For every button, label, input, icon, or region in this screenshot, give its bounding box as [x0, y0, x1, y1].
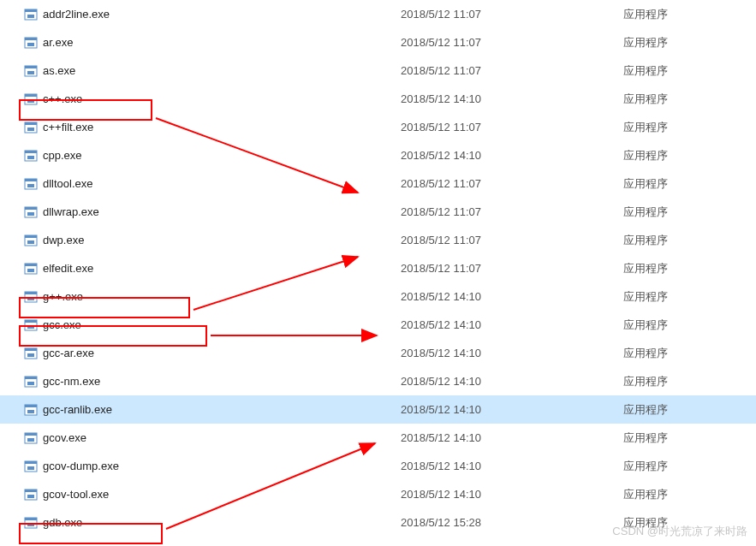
exe-icon: [24, 375, 38, 389]
file-row[interactable]: dllwrap.exe2018/5/12 11:07应用程序: [0, 198, 756, 226]
file-name-label: elfedit.exe: [43, 262, 93, 275]
file-row[interactable]: cpp.exe2018/5/12 14:10应用程序: [0, 141, 756, 169]
svg-rect-13: [25, 122, 37, 125]
svg-rect-22: [25, 207, 37, 210]
file-type-cell: 应用程序: [623, 374, 752, 389]
file-type-cell: 应用程序: [623, 459, 752, 474]
file-date-cell: 2018/5/12 14:10: [401, 290, 623, 303]
file-date-cell: 2018/5/12 14:10: [401, 347, 623, 359]
file-type-cell: 应用程序: [623, 148, 752, 163]
file-name-cell: elfedit.exe: [24, 262, 401, 276]
file-name-label: dwp.exe: [43, 234, 84, 246]
svg-rect-41: [27, 382, 34, 385]
exe-icon: [24, 262, 38, 276]
svg-rect-38: [27, 353, 34, 357]
svg-rect-10: [25, 94, 37, 97]
exe-icon: [24, 516, 38, 530]
exe-icon: [24, 403, 38, 417]
file-row[interactable]: gcc.exe2018/5/12 14:10应用程序: [0, 311, 756, 339]
svg-rect-50: [27, 466, 34, 470]
file-name-cell: gcc.exe: [24, 318, 401, 332]
file-row[interactable]: addr2line.exe2018/5/12 11:07应用程序: [0, 0, 756, 28]
file-date-cell: 2018/5/12 14:10: [401, 318, 623, 331]
file-date-cell: 2018/5/12 11:07: [401, 8, 623, 21]
file-name-label: addr2line.exe: [43, 8, 110, 21]
file-type-cell: 应用程序: [623, 176, 752, 192]
file-name-cell: gcov.exe: [24, 431, 401, 445]
svg-rect-28: [25, 264, 37, 266]
file-name-label: g++.exe: [43, 290, 83, 303]
file-date-cell: 2018/5/12 15:28: [401, 516, 623, 529]
file-row[interactable]: c++filt.exe2018/5/12 11:07应用程序: [0, 113, 756, 141]
file-name-cell: c++filt.exe: [24, 121, 401, 134]
file-type-cell: 应用程序: [623, 63, 752, 79]
file-name-cell: gcc-ranlib.exe: [24, 403, 401, 417]
file-type-cell: 应用程序: [623, 430, 752, 446]
svg-rect-55: [25, 518, 37, 520]
exe-icon: [24, 177, 38, 191]
file-row[interactable]: as.exe2018/5/12 11:07应用程序: [0, 56, 756, 85]
file-name-label: dlltool.exe: [43, 177, 93, 190]
exe-icon: [24, 460, 38, 473]
file-name-label: c++.exe: [43, 92, 82, 105]
file-row[interactable]: gcov.exe2018/5/12 14:10应用程序: [0, 424, 756, 452]
svg-rect-31: [25, 292, 37, 294]
file-name-cell: dllwrap.exe: [24, 205, 401, 219]
exe-icon: [24, 121, 38, 134]
file-type-cell: 应用程序: [623, 233, 752, 248]
svg-rect-49: [25, 461, 37, 464]
file-row[interactable]: gcov-dump.exe2018/5/12 14:10应用程序: [0, 452, 756, 480]
file-row[interactable]: gcc-ranlib.exe2018/5/12 14:10应用程序: [0, 395, 756, 424]
file-name-cell: cpp.exe: [24, 149, 401, 163]
exe-icon: [24, 64, 38, 78]
file-date-cell: 2018/5/12 14:10: [401, 488, 623, 501]
file-name-cell: g++.exe: [24, 290, 401, 304]
svg-rect-29: [27, 269, 34, 272]
svg-rect-23: [27, 212, 34, 216]
file-type-cell: 应用程序: [623, 7, 752, 22]
svg-rect-40: [25, 377, 37, 379]
file-row[interactable]: elfedit.exe2018/5/12 11:07应用程序: [0, 254, 756, 282]
file-name-label: gcov.exe: [43, 431, 86, 444]
file-type-cell: 应用程序: [623, 402, 752, 418]
file-row[interactable]: g++.exe2018/5/12 14:10应用程序: [0, 282, 756, 311]
svg-rect-7: [25, 66, 37, 68]
exe-icon: [24, 318, 38, 332]
svg-rect-5: [27, 43, 34, 46]
svg-rect-56: [27, 523, 34, 526]
file-list: addr2line.exe2018/5/12 11:07应用程序ar.exe20…: [0, 0, 756, 537]
file-row[interactable]: gcov-tool.exe2018/5/12 14:10应用程序: [0, 480, 756, 508]
file-name-cell: dlltool.exe: [24, 177, 401, 191]
file-name-label: gdb.exe: [43, 516, 82, 529]
file-date-cell: 2018/5/12 14:10: [401, 149, 623, 162]
exe-icon: [24, 8, 38, 21]
file-type-cell: 应用程序: [623, 92, 752, 107]
svg-rect-47: [27, 438, 34, 442]
file-name-cell: gcc-ar.exe: [24, 347, 401, 360]
exe-icon: [24, 205, 38, 219]
file-row[interactable]: ar.exe2018/5/12 11:07应用程序: [0, 28, 756, 56]
svg-rect-37: [25, 348, 37, 351]
file-row[interactable]: c++.exe2018/5/12 14:10应用程序: [0, 85, 756, 113]
file-row[interactable]: gcc-ar.exe2018/5/12 14:10应用程序: [0, 339, 756, 367]
file-type-cell: 应用程序: [623, 35, 752, 50]
file-type-cell: 应用程序: [623, 289, 752, 305]
file-name-label: gcc-ranlib.exe: [43, 403, 112, 416]
exe-icon: [24, 488, 38, 501]
svg-rect-1: [25, 9, 37, 12]
file-row[interactable]: gcc-nm.exe2018/5/12 14:10应用程序: [0, 367, 756, 395]
file-name-label: ar.exe: [43, 36, 73, 49]
file-name-cell: gcc-nm.exe: [24, 375, 401, 389]
file-row[interactable]: dwp.exe2018/5/12 11:07应用程序: [0, 226, 756, 254]
svg-rect-25: [25, 235, 37, 238]
file-name-label: gcc-ar.exe: [43, 347, 94, 359]
exe-icon: [24, 149, 38, 163]
file-row[interactable]: dlltool.exe2018/5/12 11:07应用程序: [0, 169, 756, 198]
exe-icon: [24, 431, 38, 445]
file-type-cell: 应用程序: [623, 318, 752, 333]
svg-rect-43: [25, 405, 37, 407]
file-name-cell: addr2line.exe: [24, 8, 401, 21]
svg-rect-53: [27, 495, 34, 498]
file-name-cell: gcov-dump.exe: [24, 460, 401, 473]
svg-rect-4: [25, 38, 37, 40]
